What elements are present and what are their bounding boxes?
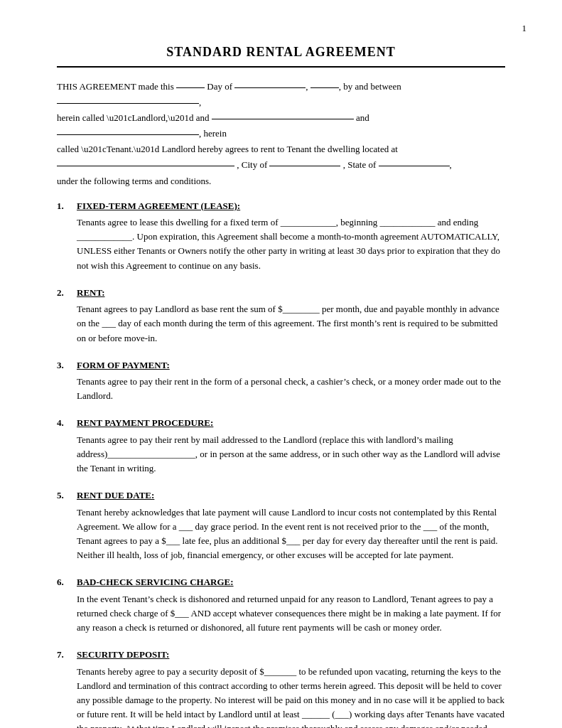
section-header: 3.FORM OF PAYMENT:	[57, 358, 505, 373]
section: 2.RENT:Tenant agrees to pay Landlord as …	[57, 286, 505, 346]
section-body: In the event Tenant’s check is dishonore…	[57, 592, 505, 635]
section: 7.SECURITY DEPOSIT:Tenants hereby agree …	[57, 648, 505, 728]
blank-party3	[57, 126, 199, 135]
intro-paragraph: THIS AGREEMENT made this Day of , , by a…	[57, 79, 505, 189]
section-header: 4.RENT PAYMENT PROCEDURE:	[57, 416, 505, 430]
section-body: Tenants agree to pay their rent in the f…	[57, 375, 505, 403]
section-number: 2.	[57, 286, 71, 300]
section: 1.FIXED-TERM AGREEMENT (LEASE):Tenants a…	[57, 199, 505, 273]
section: 6.BAD-CHECK SERVICING CHARGE:In the even…	[57, 575, 505, 635]
document-page: 1 STANDARD RENTAL AGREEMENT THIS AGREEME…	[0, 0, 562, 728]
section-title: FIXED-TERM AGREEMENT (LEASE):	[77, 199, 240, 213]
section-number: 6.	[57, 575, 71, 589]
section-header: 5.RENT DUE DATE:	[57, 488, 505, 503]
section-header: 7.SECURITY DEPOSIT:	[57, 648, 505, 662]
section-number: 7.	[57, 648, 71, 662]
blank-party1	[57, 95, 199, 104]
section-header: 2.RENT:	[57, 286, 505, 300]
section: 5.RENT DUE DATE:Tenant hereby acknowledg…	[57, 488, 505, 562]
blank-year	[310, 79, 339, 88]
section-number: 1.	[57, 199, 71, 213]
sections-container: 1.FIXED-TERM AGREEMENT (LEASE):Tenants a…	[57, 199, 505, 728]
section-title: RENT PAYMENT PROCEDURE:	[77, 416, 213, 430]
section-header: 1.FIXED-TERM AGREEMENT (LEASE):	[57, 199, 505, 213]
intro-line1-text: THIS AGREEMENT made this	[57, 81, 174, 92]
section-body: Tenants agree to lease this dwelling for…	[57, 215, 505, 273]
section-body: Tenant hereby acknowledges that late pay…	[57, 505, 505, 563]
title-divider	[57, 66, 505, 68]
section-body: Tenants agree to pay their rent by mail …	[57, 433, 505, 476]
blank-day-num	[176, 79, 205, 88]
section-number: 4.	[57, 416, 71, 430]
section-header: 6.BAD-CHECK SERVICING CHARGE:	[57, 575, 505, 589]
page-number: 1	[522, 21, 527, 36]
blank-city	[269, 157, 340, 166]
section-body: Tenants hereby agree to pay a security d…	[57, 665, 505, 728]
section-title: SECURITY DEPOSIT:	[77, 648, 169, 662]
section-title: RENT DUE DATE:	[77, 488, 154, 503]
document-title: STANDARD RENTAL AGREEMENT	[57, 43, 505, 62]
blank-state	[379, 157, 450, 166]
section-number: 5.	[57, 488, 71, 503]
section: 4.RENT PAYMENT PROCEDURE:Tenants agree t…	[57, 416, 505, 476]
section-title: BAD-CHECK SERVICING CHARGE:	[77, 575, 234, 589]
section-title: FORM OF PAYMENT:	[77, 358, 170, 373]
section-title: RENT:	[77, 286, 104, 300]
blank-party2	[212, 110, 354, 119]
blank-address	[57, 157, 234, 166]
blank-month	[234, 79, 306, 88]
section-number: 3.	[57, 358, 71, 373]
section-body: Tenant agrees to pay Landlord as base re…	[57, 302, 505, 345]
section: 3.FORM OF PAYMENT:Tenants agree to pay t…	[57, 358, 505, 404]
